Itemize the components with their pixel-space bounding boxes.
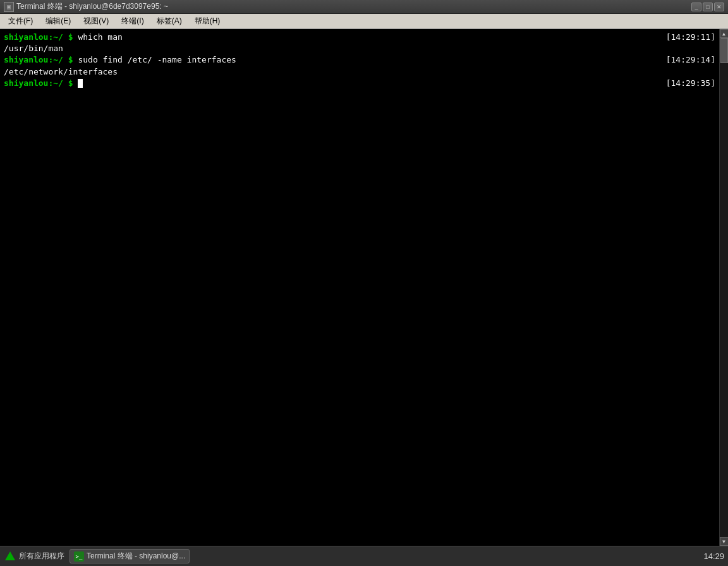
terminal-task-item[interactable]: >_ Terminal 终端 - shiyanlou@... — [70, 549, 190, 563]
scroll-track — [720, 38, 728, 537]
maximize-button[interactable]: □ — [703, 3, 713, 11]
terminal-line-left: /usr/bin/man — [4, 43, 63, 54]
terminal-line-left: /etc/network/interfaces — [4, 66, 118, 78]
prompt: shiyanlou:~/ $ — [4, 55, 78, 64]
taskbar-left: 所有应用程序 >_ Terminal 终端 - shiyanlou@... — [4, 549, 190, 563]
taskbar-clock: 14:29 — [703, 551, 724, 561]
terminal-content[interactable]: shiyanlou:~/ $ which man[14:29:11]/usr/b… — [0, 29, 719, 546]
terminal-task-icon: >_ — [74, 551, 84, 562]
scroll-thumb[interactable] — [720, 38, 728, 63]
terminal-line: shiyanlou:~/ $ sudo find /etc/ -name int… — [4, 54, 715, 66]
terminal-line: /usr/bin/man — [4, 43, 715, 54]
terminal-line-left: shiyanlou:~/ $ — [4, 78, 83, 89]
close-button[interactable]: ✕ — [714, 3, 724, 11]
apps-button[interactable]: 所有应用程序 — [4, 550, 64, 563]
titlebar-left: ▣ Terminal 终端 - shiyanlou@6de7d3097e95: … — [4, 1, 168, 12]
window-title: Terminal 终端 - shiyanlou@6de7d3097e95: ~ — [16, 1, 168, 12]
menu-item-文件F[interactable]: 文件(F) — [3, 14, 39, 28]
prompt: shiyanlou:~/ $ — [4, 32, 78, 42]
cursor — [78, 79, 83, 88]
scrollbar[interactable]: ▲ ▼ — [719, 29, 728, 546]
terminal-line-left: shiyanlou:~/ $ sudo find /etc/ -name int… — [4, 54, 236, 66]
apps-label: 所有应用程序 — [19, 551, 64, 562]
minimize-button[interactable]: _ — [691, 3, 701, 11]
menu-item-帮助H[interactable]: 帮助(H) — [189, 14, 226, 28]
terminal-wrapper: shiyanlou:~/ $ which man[14:29:11]/usr/b… — [0, 29, 728, 546]
output-text: /usr/bin/man — [4, 44, 63, 53]
terminal-line: shiyanlou:~/ $ which man[14:29:11] — [4, 32, 715, 43]
menu-item-编辑E[interactable]: 编辑(E) — [40, 14, 76, 28]
terminal-line: /etc/network/interfaces — [4, 66, 715, 78]
output-text: /etc/network/interfaces — [4, 67, 118, 76]
scroll-up-arrow[interactable]: ▲ — [720, 29, 729, 38]
svg-marker-0 — [5, 551, 15, 560]
apps-icon — [4, 550, 16, 563]
command-text: which man — [78, 32, 122, 42]
menu-bar: 文件(F)编辑(E)视图(V)终端(I)标签(A)帮助(H) — [0, 14, 728, 29]
app-icon: ▣ — [4, 2, 14, 12]
app-icon-char: ▣ — [7, 3, 11, 10]
title-bar: ▣ Terminal 终端 - shiyanlou@6de7d3097e95: … — [0, 0, 728, 14]
command-text: sudo find /etc/ -name interfaces — [78, 55, 236, 64]
menu-item-标签A[interactable]: 标签(A) — [151, 14, 188, 28]
timestamp: [14:29:14] — [666, 54, 715, 66]
terminal-task-label: Terminal 终端 - shiyanlou@... — [87, 551, 185, 562]
window-controls: _ □ ✕ — [691, 3, 724, 11]
terminal-line-left: shiyanlou:~/ $ which man — [4, 32, 123, 43]
menu-item-视图V[interactable]: 视图(V) — [78, 14, 114, 28]
taskbar: 所有应用程序 >_ Terminal 终端 - shiyanlou@... 14… — [0, 546, 728, 566]
terminal-line: shiyanlou:~/ $ [14:29:35] — [4, 78, 715, 89]
prompt: shiyanlou:~/ $ — [4, 78, 78, 88]
menu-item-终端I[interactable]: 终端(I) — [116, 14, 149, 28]
timestamp: [14:29:11] — [666, 32, 715, 43]
scroll-down-arrow[interactable]: ▼ — [720, 537, 729, 546]
timestamp: [14:29:35] — [666, 78, 715, 89]
